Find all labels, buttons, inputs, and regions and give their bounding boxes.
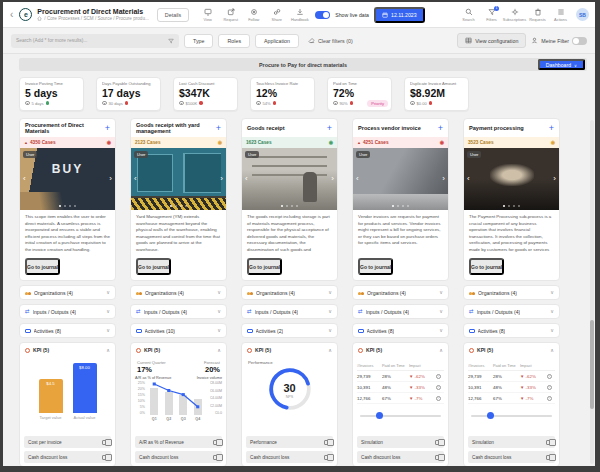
info-icon[interactable] (436, 385, 441, 390)
kpi-link-cash-discount-loss[interactable]: Cash discount loss (246, 451, 333, 463)
actual-bar[interactable]: $8.00 (73, 363, 97, 413)
accordion-activities[interactable]: Activities (10) (130, 323, 227, 338)
carousel-next-icon[interactable] (220, 175, 223, 183)
kpi-link-cash-discount-loss[interactable]: Cash discount loss (357, 451, 444, 463)
go-to-journal-button[interactable]: Go to journal (25, 258, 60, 275)
filter-chip-roles[interactable]: Roles (218, 34, 250, 48)
carousel-prev-icon[interactable] (467, 175, 470, 183)
cases-banner[interactable]: 4350 Cases (20, 137, 115, 148)
cases-banner[interactable]: 2123 Cases (131, 137, 226, 148)
info-icon[interactable] (436, 396, 441, 401)
view-button[interactable]: View (197, 8, 218, 22)
vertical-scrollbar[interactable] (590, 120, 594, 464)
search-input[interactable]: Search (Add * for more results)... (11, 34, 179, 48)
subscriptions-button[interactable]: Subscriptions (504, 8, 525, 22)
kpi-link-cash-discount-loss[interactable]: Cash discount loss (468, 451, 555, 463)
go-to-journal-button[interactable]: Go to journal (247, 258, 282, 275)
clear-filters-button[interactable]: Clear filters (0) (304, 37, 357, 44)
target-bar[interactable]: $4.5 (39, 379, 63, 413)
accordion-activities[interactable]: Activities (8) (19, 323, 116, 338)
carousel-dots[interactable] (353, 205, 448, 208)
simulation-slider[interactable] (360, 412, 441, 419)
carousel-next-icon[interactable] (553, 175, 556, 183)
accordion-kpi[interactable]: KPI (5) (20, 343, 115, 357)
kpi-card-duplicate-invoice-amount[interactable]: Duplicate Invoice Amount $8.92M $0.00 (404, 77, 469, 111)
accordion-activities[interactable]: Activities (8) (352, 323, 449, 338)
handbook-button[interactable]: Handbook (289, 8, 310, 22)
request-button[interactable]: Request (220, 8, 241, 22)
cases-banner[interactable]: 4251 Cases (353, 137, 448, 148)
info-icon[interactable] (547, 385, 552, 390)
add-icon[interactable] (549, 124, 554, 133)
carousel-dots[interactable] (20, 205, 115, 208)
cases-banner[interactable]: 1623 Cases (242, 137, 337, 148)
kpi-link-performance[interactable]: Performance (246, 436, 333, 448)
carousel-prev-icon[interactable] (134, 175, 137, 183)
kpi-card-paid-on-time[interactable]: Paid on Time 72% 90% Priority (327, 77, 392, 111)
simulation-slider[interactable] (471, 412, 552, 419)
kpi-card-touchless-invoice-rate[interactable]: Touchless Invoice Rate 12% 54% (250, 77, 315, 111)
my-filter-toggle[interactable] (572, 37, 587, 45)
add-icon[interactable] (438, 124, 443, 133)
go-to-journal-button[interactable]: Go to journal (469, 258, 504, 275)
show-live-data-toggle[interactable] (315, 11, 330, 19)
carousel-prev-icon[interactable] (356, 175, 359, 183)
filter-chip-type[interactable]: Type (184, 34, 213, 48)
carousel-prev-icon[interactable] (245, 175, 248, 183)
actions-button[interactable]: Actions (550, 8, 571, 22)
kpi-card-invoice-posting-time[interactable]: Invoice Posting Time 5 days 5 days (19, 77, 84, 111)
carousel-dots[interactable] (464, 205, 559, 208)
accordion-organizations[interactable]: Organizations (4) (463, 285, 560, 300)
add-icon[interactable] (327, 124, 332, 133)
date-picker-button[interactable]: 12.11.2023 (374, 7, 425, 23)
accordion-organizations[interactable]: Organizations (4) (130, 285, 227, 300)
carousel-next-icon[interactable] (331, 175, 334, 183)
info-icon[interactable] (547, 374, 552, 379)
requests-button[interactable]: Requests (527, 8, 548, 22)
filters-button[interactable]: 1 Filters (481, 8, 502, 22)
breadcrumb[interactable]: / Core Processes / SCM / Source / Procur… (37, 16, 148, 21)
scrollbar-thumb[interactable] (590, 320, 594, 409)
add-icon[interactable] (216, 124, 221, 133)
info-icon[interactable] (436, 374, 441, 379)
kpi-link-simulation[interactable]: Simulation (468, 436, 555, 448)
accordion-kpi[interactable]: KPI (5) (242, 343, 337, 357)
kpi-card-days-payable-outstanding[interactable]: Days Payable Outstanding 17 days 30 days (96, 77, 161, 111)
accordion-activities[interactable]: Activities (8) (463, 323, 560, 338)
accordion-kpi[interactable]: KPI (5) (131, 343, 226, 357)
carousel-prev-icon[interactable] (23, 175, 26, 183)
accordion-inputs-outputs[interactable]: Inputs / Outputs (4) (352, 304, 449, 319)
carousel-next-icon[interactable] (109, 175, 112, 183)
carousel-dots[interactable] (131, 205, 226, 208)
accordion-inputs-outputs[interactable]: Inputs / Outputs (4) (463, 304, 560, 319)
kpi-link-ar-revenue[interactable]: A/R as % of Revenue (135, 436, 222, 448)
accordion-inputs-outputs[interactable]: Inputs / Outputs (4) (19, 304, 116, 319)
accordion-inputs-outputs[interactable]: Inputs / Outputs (4) (241, 304, 338, 319)
slider-thumb[interactable] (487, 412, 494, 419)
accordion-organizations[interactable]: Organizations (4) (352, 285, 449, 300)
kpi-link-cash-discount-loss[interactable]: Cash discount loss (135, 451, 222, 463)
add-icon[interactable] (105, 124, 110, 133)
carousel-dots[interactable] (242, 205, 337, 208)
kpi-card-lost-cash-discount[interactable]: Lost Cash Discount $347K $100K (173, 77, 238, 111)
accordion-kpi[interactable]: KPI (5) (353, 343, 448, 357)
user-avatar[interactable]: SB (576, 8, 589, 21)
go-to-journal-button[interactable]: Go to journal (358, 258, 393, 275)
kpi-link-simulation[interactable]: Simulation (357, 436, 444, 448)
dashboard-button[interactable]: Dashboard (538, 59, 585, 70)
search-button[interactable]: Search (458, 8, 479, 22)
go-to-journal-button[interactable]: Go to journal (136, 258, 171, 275)
view-configuration-button[interactable]: View configuration (457, 33, 526, 48)
cases-banner[interactable]: 3523 Cases (464, 137, 559, 148)
carousel-next-icon[interactable] (442, 175, 445, 183)
slider-thumb[interactable] (376, 412, 383, 419)
follow-button[interactable]: Follow (243, 8, 264, 22)
share-button[interactable]: Share (266, 8, 287, 22)
accordion-organizations[interactable]: Organizations (4) (241, 285, 338, 300)
filter-chip-application[interactable]: Application (255, 34, 299, 48)
kpi-link-cost-per-invoice[interactable]: Cost per invoice (24, 436, 111, 448)
details-button[interactable]: Details (157, 8, 189, 22)
accordion-activities[interactable]: Activities (2) (241, 323, 338, 338)
accordion-kpi[interactable]: KPI (5) (464, 343, 559, 357)
accordion-inputs-outputs[interactable]: Inputs / Outputs (4) (130, 304, 227, 319)
